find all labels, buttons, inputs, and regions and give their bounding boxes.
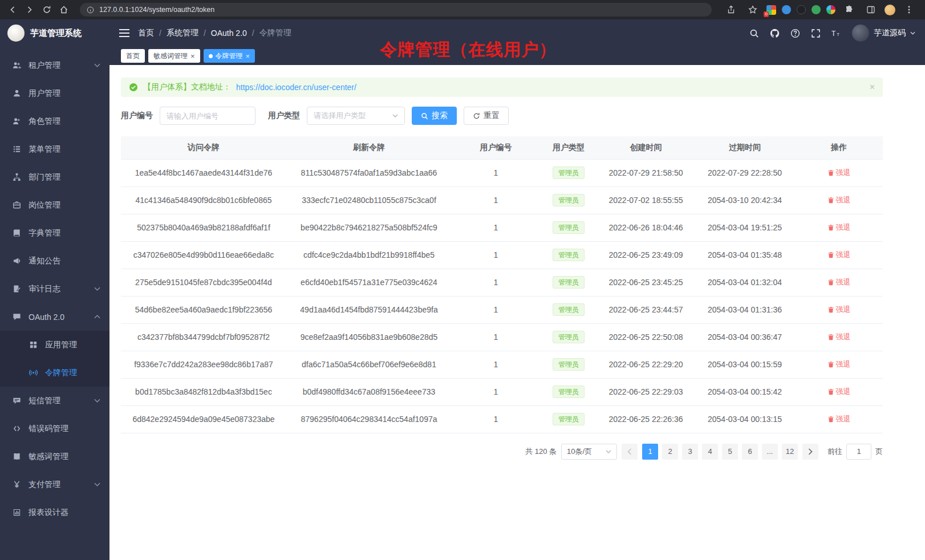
sidebar-item-16[interactable]: 报表设计器 bbox=[0, 498, 109, 526]
search-icon[interactable] bbox=[749, 29, 759, 38]
sidebar-item-11[interactable]: 令牌管理 bbox=[0, 359, 109, 387]
uid-cell: 1 bbox=[452, 159, 540, 186]
breadcrumb-item[interactable]: 首页 / bbox=[138, 28, 161, 38]
breadcrumb-item[interactable]: OAuth 2.0 / bbox=[211, 29, 254, 38]
doc-alert: 【用户体系】文档地址： https://doc.iocoder.cn/user-… bbox=[121, 78, 883, 97]
more-pages-button[interactable]: ... bbox=[762, 444, 778, 460]
breadcrumb-separator: / bbox=[159, 29, 161, 38]
breadcrumb-item[interactable]: 系统管理 / bbox=[167, 28, 206, 38]
sidebar-item-3[interactable]: 菜单管理 bbox=[0, 135, 109, 163]
close-icon[interactable]: × bbox=[190, 52, 195, 60]
page-button-5[interactable]: 5 bbox=[722, 444, 738, 460]
sidebar-item-15[interactable]: 支付管理 bbox=[0, 470, 109, 498]
user-menu[interactable]: 芋道源码 bbox=[852, 25, 915, 42]
page-button-4[interactable]: 4 bbox=[702, 444, 718, 460]
extension-icon-colorful[interactable] bbox=[826, 5, 835, 14]
extension-grid-icon[interactable]: 0 bbox=[766, 5, 776, 15]
fullscreen-icon[interactable] bbox=[811, 29, 821, 38]
sidebar-item-1[interactable]: 用户管理 bbox=[0, 79, 109, 107]
browser-profile-avatar[interactable] bbox=[885, 5, 895, 15]
filter-bar: 用户编号 用户类型 请选择用户类型 搜索 重置 bbox=[121, 107, 883, 125]
view-tag[interactable]: 令牌管理 × bbox=[204, 49, 255, 63]
sidebar-item-8[interactable]: 审计日志 bbox=[0, 275, 109, 303]
table-row: c347026e805e4d99b0d116eae66eda8ccdfc4ce9… bbox=[121, 241, 883, 269]
share-icon[interactable] bbox=[723, 2, 739, 18]
home-icon[interactable] bbox=[56, 2, 72, 18]
sidebar-menu: 租户管理 用户管理 角色管理 菜单管理 部门管理 岗位管理 字典管理 通知公告 … bbox=[0, 47, 109, 560]
force-logout-button[interactable]: 强退 bbox=[827, 277, 851, 287]
app-title: 芋道管理系统 bbox=[30, 28, 82, 39]
user-id-input[interactable] bbox=[160, 107, 255, 125]
sidebar-item-0[interactable]: 租户管理 bbox=[0, 51, 109, 79]
user-type-badge: 管理员 bbox=[553, 167, 585, 179]
extension-icon-green[interactable] bbox=[812, 5, 821, 14]
pay-icon bbox=[12, 480, 21, 489]
page-size-select[interactable]: 10条/页 bbox=[561, 444, 617, 460]
force-logout-button[interactable]: 强退 bbox=[827, 168, 851, 178]
trash-icon bbox=[827, 197, 834, 204]
sidebar-item-7[interactable]: 通知公告 bbox=[0, 247, 109, 275]
table-row: 6d842e2924594de9a09e45e087323abe8796295f… bbox=[121, 405, 883, 433]
force-logout-button[interactable]: 强退 bbox=[827, 222, 851, 233]
extension-icon-blue[interactable] bbox=[782, 5, 791, 14]
extensions-puzzle-icon[interactable] bbox=[841, 2, 857, 18]
force-logout-button[interactable]: 强退 bbox=[827, 387, 851, 397]
view-tag[interactable]: 首页 bbox=[121, 49, 145, 63]
close-icon[interactable]: × bbox=[870, 83, 875, 92]
goto-page-input[interactable] bbox=[846, 444, 871, 460]
page-button-12[interactable]: 12 bbox=[782, 444, 798, 460]
close-icon[interactable]: × bbox=[246, 52, 250, 60]
hamburger-icon[interactable] bbox=[119, 29, 129, 37]
app-shell: 芋道管理系统 租户管理 用户管理 角色管理 菜单管理 部门管理 岗位管理 字典管… bbox=[0, 19, 925, 560]
access-cell: 275e5de9151045fe87cbdc395e004f4d bbox=[121, 269, 286, 296]
action-cell: 强退 bbox=[795, 323, 883, 351]
prev-page-button[interactable] bbox=[622, 444, 638, 460]
success-check-icon bbox=[129, 83, 138, 92]
bookmark-star-icon[interactable] bbox=[745, 2, 761, 18]
reload-icon[interactable] bbox=[39, 2, 55, 18]
force-logout-button[interactable]: 强退 bbox=[827, 332, 851, 342]
trash-icon bbox=[827, 334, 834, 340]
expires-cell: 2054-03-04 01:35:48 bbox=[695, 241, 795, 269]
help-icon[interactable] bbox=[790, 29, 800, 38]
force-logout-button[interactable]: 强退 bbox=[827, 250, 851, 260]
logo-avatar bbox=[7, 25, 25, 42]
user-type-select[interactable]: 请选择用户类型 bbox=[307, 107, 405, 125]
sidebar-item-5[interactable]: 岗位管理 bbox=[0, 191, 109, 219]
doc-link[interactable]: https://doc.iocoder.cn/user-center/ bbox=[236, 83, 356, 92]
view-tag[interactable]: 敏感词管理 × bbox=[148, 49, 200, 63]
browser-menu-icon[interactable] bbox=[901, 2, 917, 18]
next-page-button[interactable] bbox=[802, 444, 818, 460]
sidebar-item-10[interactable]: 应用管理 bbox=[0, 331, 109, 359]
font-size-icon[interactable]: TT bbox=[831, 29, 841, 38]
forward-icon[interactable] bbox=[22, 2, 38, 18]
sidebar-item-4[interactable]: 部门管理 bbox=[0, 163, 109, 191]
side-panel-icon[interactable] bbox=[863, 2, 879, 18]
force-logout-button[interactable]: 强退 bbox=[827, 305, 851, 315]
page-list: 123456...12 bbox=[642, 444, 798, 460]
svg-text:T: T bbox=[837, 31, 839, 36]
force-logout-button[interactable]: 强退 bbox=[827, 414, 851, 424]
github-icon[interactable] bbox=[770, 29, 780, 38]
created-cell: 2022-07-29 21:58:50 bbox=[597, 159, 695, 186]
sidebar-item-12[interactable]: 短信管理 bbox=[0, 387, 109, 415]
sidebar-item-13[interactable]: 错误码管理 bbox=[0, 415, 109, 443]
reset-button[interactable]: 重置 bbox=[464, 107, 509, 125]
search-button[interactable]: 搜索 bbox=[412, 107, 457, 125]
back-icon[interactable] bbox=[5, 2, 21, 18]
page-button-1[interactable]: 1 bbox=[642, 444, 658, 460]
sidebar-item-2[interactable]: 角色管理 bbox=[0, 107, 109, 135]
sidebar-item-14[interactable]: 敏感词管理 bbox=[0, 443, 109, 470]
page-button-6[interactable]: 6 bbox=[742, 444, 758, 460]
page-button-3[interactable]: 3 bbox=[682, 444, 698, 460]
sidebar-item-9[interactable]: OAuth 2.0 bbox=[0, 303, 109, 331]
sidebar-item-6[interactable]: 字典管理 bbox=[0, 219, 109, 247]
page-button-2[interactable]: 2 bbox=[662, 444, 678, 460]
app-logo[interactable]: 芋道管理系统 bbox=[0, 19, 109, 47]
sms-icon bbox=[12, 396, 21, 405]
force-logout-button[interactable]: 强退 bbox=[827, 359, 851, 370]
extension-icon-dark[interactable] bbox=[797, 5, 806, 14]
address-bar[interactable]: 127.0.0.1:1024/system/oauth2/token bbox=[80, 3, 712, 17]
table-row: f9336e7c7dd242a283ee98dc86b17a87dfa6c71a… bbox=[121, 351, 883, 378]
force-logout-button[interactable]: 强退 bbox=[827, 195, 851, 205]
